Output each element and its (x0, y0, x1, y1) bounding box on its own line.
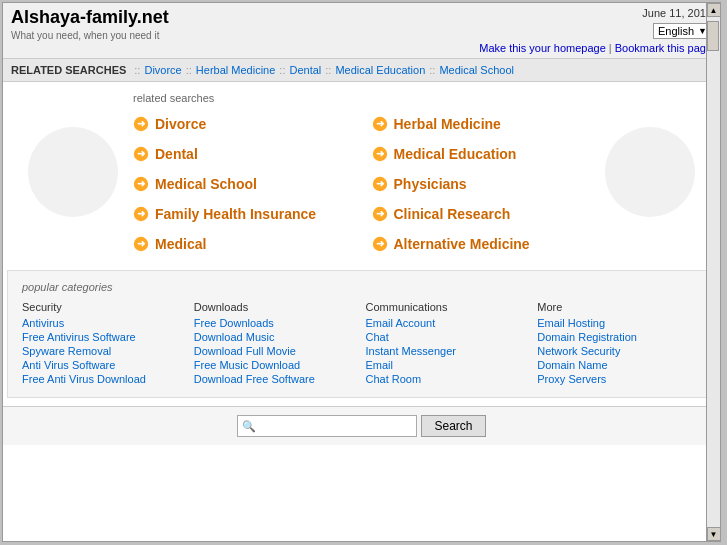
link-free-downloads[interactable]: Free Downloads (194, 317, 358, 329)
main-content: related searches ➜ Divorce ➜ (3, 82, 720, 262)
arrow-icon-divorce: ➜ (133, 116, 149, 132)
link-domain-name[interactable]: Domain Name (537, 359, 701, 371)
category-communications: Communications Email Account Chat Instan… (366, 301, 530, 387)
language-selector[interactable]: English ▼ (653, 23, 712, 39)
site-tagline: What you need, when you need it (11, 30, 169, 41)
date-display: June 11, 2011 (479, 7, 712, 19)
link-medical-school[interactable]: Medical School (155, 176, 257, 192)
arrow-icon-fhi: ➜ (133, 206, 149, 222)
arrow-icon-herbal: ➜ (372, 116, 388, 132)
search-item-divorce: ➜ Divorce (133, 116, 352, 132)
link-network-security[interactable]: Network Security (537, 345, 701, 357)
search-button[interactable]: Search (421, 415, 485, 437)
link-anti-virus-software[interactable]: Anti Virus Software (22, 359, 186, 371)
scroll-track (707, 17, 721, 527)
circle-decoration-left (28, 127, 118, 217)
related-heading: related searches (133, 92, 590, 104)
nav-item-medical-edu[interactable]: Medical Education (335, 64, 425, 76)
link-proxy-servers[interactable]: Proxy Servers (537, 373, 701, 385)
link-dental[interactable]: Dental (155, 146, 198, 162)
popular-section: popular categories Security Antivirus Fr… (7, 270, 716, 398)
search-item-dental: ➜ Dental (133, 146, 352, 162)
link-free-music-dl[interactable]: Free Music Download (194, 359, 358, 371)
right-decoration (600, 92, 700, 252)
svg-text:➜: ➜ (376, 208, 385, 219)
homepage-link[interactable]: Make this your homepage (479, 42, 606, 54)
arrow-icon-alt-medicine: ➜ (372, 236, 388, 252)
category-title-security: Security (22, 301, 186, 313)
category-more: More Email Hosting Domain Registration N… (537, 301, 701, 387)
arrow-icon-clinical: ➜ (372, 206, 388, 222)
arrow-icon-physicians: ➜ (372, 176, 388, 192)
search-item-medical: ➜ Medical (133, 236, 352, 252)
arrow-icon-medical-edu: ➜ (372, 146, 388, 162)
site-title: Alshaya-family.net (11, 7, 169, 28)
nav-item-medical-school[interactable]: Medical School (439, 64, 514, 76)
category-security: Security Antivirus Free Antivirus Softwa… (22, 301, 186, 387)
link-download-music[interactable]: Download Music (194, 331, 358, 343)
bookmark-link[interactable]: Bookmark this page (615, 42, 712, 54)
scrollbar-right[interactable]: ▲ ▼ (706, 3, 720, 541)
center-content: related searches ➜ Divorce ➜ (123, 92, 600, 252)
scroll-thumb[interactable] (707, 21, 719, 51)
top-right: June 11, 2011 English ▼ Make this your h… (479, 7, 712, 54)
top-bar: Alshaya-family.net What you need, when y… (3, 3, 720, 59)
svg-text:➜: ➜ (376, 118, 385, 129)
logo-area: Alshaya-family.net What you need, when y… (11, 7, 169, 41)
category-downloads: Downloads Free Downloads Download Music … (194, 301, 358, 387)
magnifier-icon: 🔍 (242, 420, 256, 433)
nav-item-herbal[interactable]: Herbal Medicine (196, 64, 275, 76)
link-clinical-research[interactable]: Clinical Research (394, 206, 511, 222)
search-item-herbal: ➜ Herbal Medicine (372, 116, 591, 132)
language-label: English (658, 25, 694, 37)
link-email-hosting[interactable]: Email Hosting (537, 317, 701, 329)
link-medical[interactable]: Medical (155, 236, 206, 252)
top-links: Make this your homepage | Bookmark this … (479, 42, 712, 54)
svg-text:➜: ➜ (376, 178, 385, 189)
link-download-software[interactable]: Download Free Software (194, 373, 358, 385)
search-item-clinical: ➜ Clinical Research (372, 206, 591, 222)
nav-label: RELATED SEARCHES (11, 64, 126, 76)
search-item-medical-school: ➜ Medical School (133, 176, 352, 192)
link-chat-room[interactable]: Chat Room (366, 373, 530, 385)
link-herbal-medicine[interactable]: Herbal Medicine (394, 116, 501, 132)
svg-text:➜: ➜ (137, 238, 146, 249)
left-decoration (23, 92, 123, 252)
search-item-medical-edu: ➜ Medical Education (372, 146, 591, 162)
link-medical-education[interactable]: Medical Education (394, 146, 517, 162)
search-input[interactable] (237, 415, 417, 437)
search-item-alt-medicine: ➜ Alternative Medicine (372, 236, 591, 252)
category-title-downloads: Downloads (194, 301, 358, 313)
svg-text:➜: ➜ (376, 238, 385, 249)
svg-text:➜: ➜ (376, 148, 385, 159)
nav-item-dental[interactable]: Dental (289, 64, 321, 76)
svg-text:➜: ➜ (137, 178, 146, 189)
link-alternative-medicine[interactable]: Alternative Medicine (394, 236, 530, 252)
popular-heading: popular categories (22, 281, 701, 293)
link-spyware[interactable]: Spyware Removal (22, 345, 186, 357)
circle-decoration-right (605, 127, 695, 217)
arrow-icon-medical-school: ➜ (133, 176, 149, 192)
search-input-wrap: 🔍 (237, 415, 417, 437)
arrow-icon-dental: ➜ (133, 146, 149, 162)
link-email-account[interactable]: Email Account (366, 317, 530, 329)
scroll-down-button[interactable]: ▼ (707, 527, 721, 541)
search-item-physicians: ➜ Physicians (372, 176, 591, 192)
link-domain-reg[interactable]: Domain Registration (537, 331, 701, 343)
link-free-antivirus[interactable]: Free Antivirus Software (22, 331, 186, 343)
link-free-anti-virus-dl[interactable]: Free Anti Virus Download (22, 373, 186, 385)
categories-grid: Security Antivirus Free Antivirus Softwa… (22, 301, 701, 387)
scroll-up-button[interactable]: ▲ (707, 3, 721, 17)
link-family-health-insurance[interactable]: Family Health Insurance (155, 206, 316, 222)
link-download-movie[interactable]: Download Full Movie (194, 345, 358, 357)
arrow-icon-medical: ➜ (133, 236, 149, 252)
link-divorce[interactable]: Divorce (155, 116, 206, 132)
svg-text:➜: ➜ (137, 118, 146, 129)
link-email[interactable]: Email (366, 359, 530, 371)
link-antivirus[interactable]: Antivirus (22, 317, 186, 329)
svg-text:➜: ➜ (137, 148, 146, 159)
link-chat[interactable]: Chat (366, 331, 530, 343)
nav-item-divorce[interactable]: Divorce (144, 64, 181, 76)
link-instant-messenger[interactable]: Instant Messenger (366, 345, 530, 357)
link-physicians[interactable]: Physicians (394, 176, 467, 192)
